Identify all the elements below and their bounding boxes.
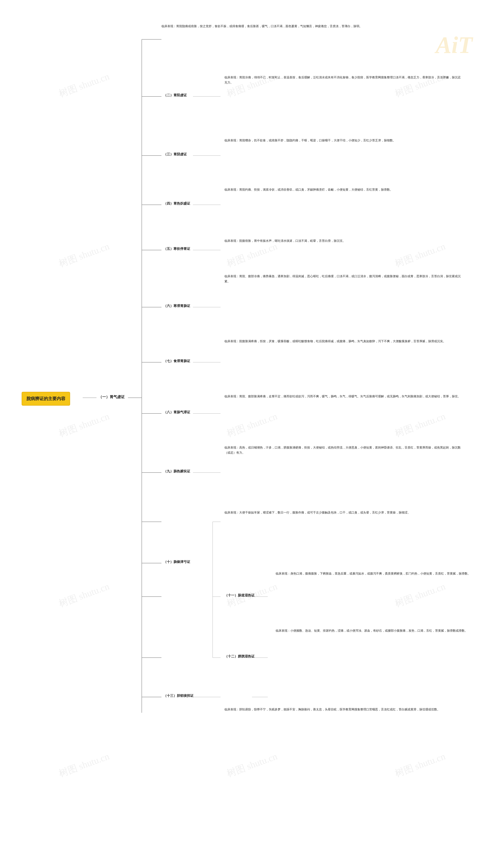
text-2: 临床表现：胃脘冷痛，绵绵不已，时发时止，喜温喜按，食后缓解，泛吐清水或夹有不消化… — [224, 76, 461, 84]
text-block-8: 临床表现：胃脘、腹部胀满疼痛，走窜不定，痛而欲吐或欲泻，泻而不爽，嗳气，肠鸣，矢… — [224, 394, 461, 399]
text-12: 临床表现：小便频数、急迫、短黄、排尿灼热，涩痛，或小便浑浊、尿血，有砂石，或腰部… — [276, 629, 468, 632]
mindmap: 脘病辨证的主要内容 （一）胃气虚证 临床表现：胃脘隐痛或痞胀，按之觉舒，食欲不振… — [16, 12, 488, 839]
l2-node-11: （十一）肠道湿热证 — [224, 593, 255, 598]
text-8: 临床表现：胃脘、腹部胀满疼痛，走窜不定，痛而欲吐或欲泻，泻而不爽，嗳气，肠鸣，矢… — [224, 395, 461, 398]
root-node: 脘病辨证的主要内容 — [22, 392, 70, 405]
text-block-5: 临床表现：脘腹痞胀，胃中有振水声，呕吐清水痰涎，口淡不渴，眩晕，舌苔白滑，脉沉弦… — [224, 238, 461, 243]
ait-watermark: AiT — [436, 32, 472, 59]
text-block-0: 临床表现：胃脘隐痛或痞胀，按之觉舒，食欲不振，或得食痛缓，食后胀甚，嗳气，口淡不… — [161, 24, 398, 29]
text-7: 临床表现：脘腹胀满疼痛，拒按，厌食，嗳腐吞酸，或呕吐酸馊食物，吐后脘痛得减，或腹… — [224, 340, 446, 343]
text-5: 临床表现：脘腹痞胀，胃中有振水声，呕吐清水痰涎，口淡不渴，眩晕，舌苔白滑，脉沉弦… — [224, 239, 345, 242]
text-block-6: 临床表现：胃脘、腹部冷痛，痛势暴急，遇寒加剧，得温则减，恶心呕吐，吐后痛缓，口淡… — [224, 274, 461, 284]
text-block-9: 临床表现：高热，或日晡潮热，汗多，口渴，脐腹胀满硬痛，拒按，大便秘结，或热结旁流… — [224, 445, 461, 455]
text-6: 临床表现：胃脘、腹部冷痛，痛势暴急，遇寒加剧，得温则减，恶心呕吐，吐后痛缓，口淡… — [224, 275, 461, 283]
l2-node-6: （六）寒滞胃肠证 — [163, 304, 190, 308]
l1-node: （一）胃气虚证 — [98, 394, 125, 399]
mindmap-lines — [16, 12, 488, 839]
root-label: 脘病辨证的主要内容 — [26, 396, 65, 401]
text-3: 临床表现：胃脘嘈杂，饥不欲食，或痞胀不舒，隐隐灼痛，干呕，呃逆，口燥咽干，大便干… — [224, 139, 396, 142]
l2-node-10: （十）肠燥津亏证 — [163, 560, 190, 564]
l1-label: （一）胃气虚证 — [98, 395, 125, 399]
text-block-13: 临床表现：胆怯易惊，惊悸不宁，失眠多梦，烦躁不安，胸胁胀闷，善太息，头晕目眩，医… — [224, 707, 461, 712]
l2-node-3: （三）胃阴虚证 — [163, 152, 187, 157]
text-9: 临床表现：高热，或日晡潮热，汗多，口渴，脐腹胀满硬痛，拒按，大便秘结，或热结旁流… — [224, 446, 461, 454]
l2-node-8: （八）胃肠气滞证 — [163, 410, 190, 414]
l2-node-4: （四）胃热炽盛证 — [163, 201, 190, 206]
l2-node-13: （十三）胆郁痰扰证 — [163, 693, 194, 698]
text-11: 临床表现：身热口渴，腹痛腹胀，下痢脓血，里急后重，或暴泻如水，或腹泻不爽，粪质黄… — [276, 572, 470, 575]
l2-node-9: （九）肠热腑实证 — [163, 469, 190, 473]
l2-node-12: （十二）膀胱湿热证 — [224, 654, 255, 658]
text-block-4: 临床表现：胃脘灼痛、拒按，渴喜冷饮，或消谷善饥，或口臭，牙龈肿痛溃烂，齿衄，小便… — [224, 187, 461, 192]
text-block-11: 临床表现：身热口渴，腹痛腹胀，下痢脓血，里急后重，或暴泻如水，或腹泻不爽，粪质黄… — [276, 571, 492, 576]
text-block-3: 临床表现：胃脘嘈杂，饥不欲食，或痞胀不舒，隐隐灼痛，干呕，呃逆，口燥咽干，大便干… — [224, 138, 461, 143]
l2-node-2: （二）胃阳虚证 — [163, 93, 187, 97]
l2-node-5: （五）寒饮停胃证 — [163, 247, 190, 251]
text-4: 临床表现：胃脘灼痛、拒按，渴喜冷饮，或消谷善饥，或口臭，牙龈肿痛溃烂，齿衄，小便… — [224, 188, 393, 191]
text-block-12: 临床表现：小便频数、急迫、短黄、排尿灼热，涩痛，或小便浑浊、尿血，有砂石，或腰部… — [276, 628, 492, 633]
page-container: 脘病辨证的主要内容 （一）胃气虚证 临床表现：胃脘隐痛或痞胀，按之觉舒，食欲不振… — [0, 0, 504, 850]
l2-node-7: （七）食滞胃肠证 — [163, 359, 190, 363]
text-13: 临床表现：胆怯易惊，惊悸不宁，失眠多梦，烦躁不安，胸胁胀闷，善太息，头晕目眩，医… — [224, 708, 440, 711]
text-block-7: 临床表现：脘腹胀满疼痛，拒按，厌食，嗳腐吞酸，或呕吐酸馊食物，吐后脘痛得减，或腹… — [224, 339, 461, 344]
text-10: 临床表现：大便干燥如羊屎，艰涩难下，数日一行，腹胀作痛，或可于左少腹触及包块，口… — [224, 511, 411, 514]
text-0: 临床表现：胃脘隐痛或痞胀，按之觉舒，食欲不振，或得食痛缓，食后胀甚，嗳气，口淡不… — [161, 24, 362, 28]
text-block-2: 临床表现：胃脘冷痛，绵绵不已，时发时止，喜温喜按，食后缓解，泛吐清水或夹有不消化… — [224, 75, 461, 85]
text-block-10: 临床表现：大便干燥如羊屎，艰涩难下，数日一行，腹胀作痛，或可于左少腹触及包块，口… — [224, 510, 461, 515]
